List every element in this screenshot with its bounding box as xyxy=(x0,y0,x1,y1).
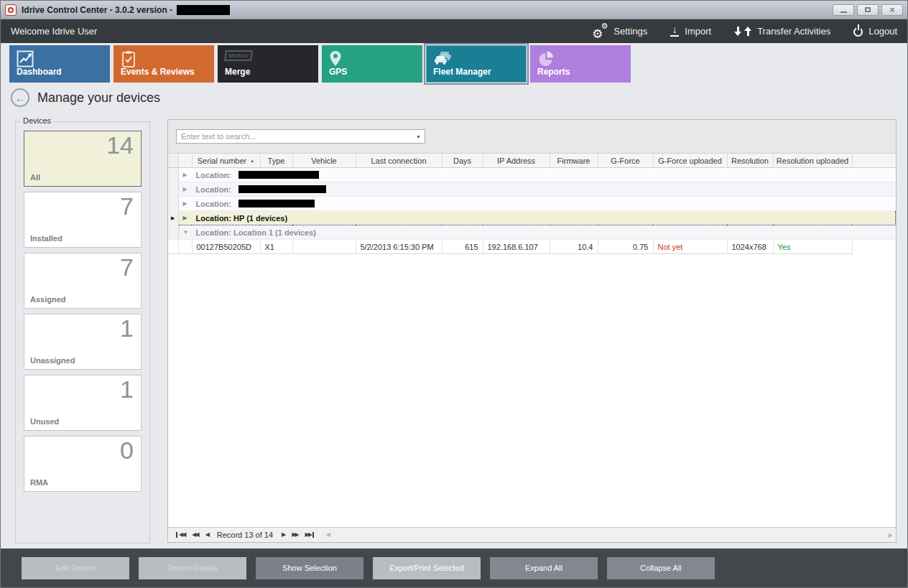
show-selection-button[interactable]: Show Selection xyxy=(256,557,363,579)
column-header-gforce-uploaded[interactable]: G-Force uploaded xyxy=(653,154,727,168)
minimize-icon xyxy=(840,11,847,13)
card-label: Unassigned xyxy=(30,356,75,365)
device-filter-card-unused[interactable]: 1 Unused xyxy=(24,375,142,431)
tile-label: Reports xyxy=(537,67,570,77)
card-count: 7 xyxy=(120,253,134,281)
chevron-down-icon[interactable]: ▼ xyxy=(412,134,425,139)
card-count: 0 xyxy=(120,437,134,465)
redacted-text xyxy=(177,5,230,15)
close-button[interactable]: × xyxy=(881,4,903,16)
prior-page-button[interactable]: ◀◀ xyxy=(192,532,198,538)
tile-label: Fleet Manager xyxy=(433,67,491,77)
record-navigator: ◀◀ ◀◀ ◀ Record 13 of 14 ▶ ▶▶ ▶▶ ◀ ▶ xyxy=(168,527,896,542)
first-record-button[interactable]: ◀◀ xyxy=(176,532,185,538)
gear-icon: ⚙⚙ xyxy=(592,24,608,39)
power-icon xyxy=(853,27,863,37)
next-page-button[interactable]: ▶▶ xyxy=(292,532,297,538)
expand-collapsed-icon[interactable]: ▶ xyxy=(183,172,190,178)
tab-fleet-manager[interactable]: Fleet Manager xyxy=(426,45,527,83)
import-label: Import xyxy=(685,26,711,37)
devices-group-label: Devices xyxy=(20,116,54,125)
expand-expanded-icon[interactable]: ▼ xyxy=(183,229,190,235)
minimize-button[interactable] xyxy=(833,4,854,16)
cell-firmware: 10.4 xyxy=(550,240,598,254)
hscroll-right-arrow[interactable]: ▶ xyxy=(889,532,891,538)
tab-events-reviews[interactable]: Events & Reviews xyxy=(114,45,214,83)
group-row[interactable]: ▶ Location: xyxy=(168,168,896,182)
redacted-text xyxy=(238,171,319,179)
import-button[interactable]: ↓ Import xyxy=(670,26,711,37)
column-header-vehicle[interactable]: Vehicle xyxy=(292,154,356,168)
transfer-activities-button[interactable]: Transfer Activities xyxy=(734,26,830,37)
row-indicator xyxy=(168,182,178,197)
edit-device-button[interactable]: Edit Device xyxy=(22,557,129,579)
export-print-selected-button[interactable]: Export/Print Selected xyxy=(373,557,481,579)
column-header-last-connection[interactable]: Last connection xyxy=(356,154,442,168)
devices-grid-panel: ▼ Serial number▲ Type Vehicle Last conne… xyxy=(167,119,897,543)
card-label: Installed xyxy=(30,234,62,243)
cell-vehicle xyxy=(292,240,356,254)
welcome-text: Welcome Idrive User xyxy=(11,26,97,37)
device-row[interactable]: 00127B50205D X1 5/2/2013 6:15:30 PM 615 … xyxy=(168,240,896,254)
device-details-button[interactable]: Device Details xyxy=(139,557,246,579)
group-row[interactable]: ▶ Location: xyxy=(168,197,896,211)
settings-button[interactable]: ⚙⚙ Settings xyxy=(592,24,647,39)
tab-merge[interactable]: MERGE Merge xyxy=(218,45,318,83)
search-input[interactable] xyxy=(177,132,412,141)
hscroll-left-arrow[interactable]: ◀ xyxy=(326,532,329,538)
device-filter-card-unassigned[interactable]: 1 Unassigned xyxy=(24,314,142,370)
device-filter-card-installed[interactable]: 7 Installed xyxy=(24,192,142,248)
column-header-resolution-uploaded[interactable]: Resolution uploaded xyxy=(773,154,852,168)
transfer-arrows-icon xyxy=(734,27,751,36)
logout-label: Logout xyxy=(868,26,897,37)
tab-reports[interactable]: Reports xyxy=(530,45,631,83)
group-label: Location: xyxy=(196,185,232,194)
tile-label: GPS xyxy=(329,67,347,77)
row-indicator-header xyxy=(168,154,178,168)
device-filter-card-rma[interactable]: 0 RMA xyxy=(24,436,142,492)
expand-collapsed-icon[interactable]: ▶ xyxy=(183,200,190,207)
cell-type: X1 xyxy=(260,240,292,254)
cell-resolution: 1024x768 xyxy=(727,240,773,254)
card-label: All xyxy=(30,173,40,182)
group-label: Location: xyxy=(196,171,232,179)
expand-collapsed-icon[interactable]: ▶ xyxy=(183,186,190,192)
expand-collapsed-icon[interactable]: ▶ xyxy=(183,215,190,221)
card-count: 7 xyxy=(120,192,134,220)
row-indicator xyxy=(168,168,178,182)
cell-last-connection: 5/2/2013 6:15:30 PM xyxy=(356,240,442,254)
column-header-gforce[interactable]: G-Force xyxy=(598,154,653,168)
column-header-serial[interactable]: Serial number▲ xyxy=(192,154,260,168)
device-filter-card-all[interactable]: 14 All xyxy=(24,131,142,187)
card-label: Assigned xyxy=(30,295,66,304)
group-row-selected[interactable]: ▶ ▶ Location: HP (1 devices) xyxy=(168,211,896,225)
download-icon: ↓ xyxy=(670,26,679,37)
device-filter-card-assigned[interactable]: 7 Assigned xyxy=(24,253,142,309)
tab-dashboard[interactable]: Dashboard xyxy=(9,45,110,83)
column-header-type[interactable]: Type xyxy=(260,154,292,168)
expand-all-button[interactable]: Expand All xyxy=(490,557,598,579)
card-label: RMA xyxy=(30,478,48,487)
expand-column-header xyxy=(178,154,192,168)
collapse-all-button[interactable]: Collapse All xyxy=(607,557,715,579)
transfer-activities-label: Transfer Activities xyxy=(757,26,830,37)
logout-button[interactable]: Logout xyxy=(853,26,897,37)
column-header-ip[interactable]: IP Address xyxy=(483,154,550,168)
back-button[interactable]: ← xyxy=(11,88,29,107)
column-header-resolution[interactable]: Resolution xyxy=(727,154,773,168)
app-window: Idrive Control Center - 3.0.2 version - … xyxy=(0,0,908,588)
previous-record-button[interactable]: ◀ xyxy=(205,532,208,538)
group-row-expanded[interactable]: ▼ Location: Location 1 (1 devices) xyxy=(168,225,896,240)
maximize-button[interactable] xyxy=(857,4,879,16)
last-record-button[interactable]: ▶▶ xyxy=(305,532,314,538)
expand-spacer xyxy=(178,240,192,254)
tab-gps[interactable]: GPS xyxy=(322,45,422,83)
next-record-button[interactable]: ▶ xyxy=(282,532,284,538)
tile-label: Merge xyxy=(225,67,250,77)
column-header-firmware[interactable]: Firmware xyxy=(550,154,598,168)
column-header-days[interactable]: Days xyxy=(442,154,483,168)
group-row[interactable]: ▶ Location: xyxy=(168,182,896,197)
card-label: Unused xyxy=(30,417,59,426)
row-indicator xyxy=(168,225,178,240)
row-indicator xyxy=(168,197,178,211)
